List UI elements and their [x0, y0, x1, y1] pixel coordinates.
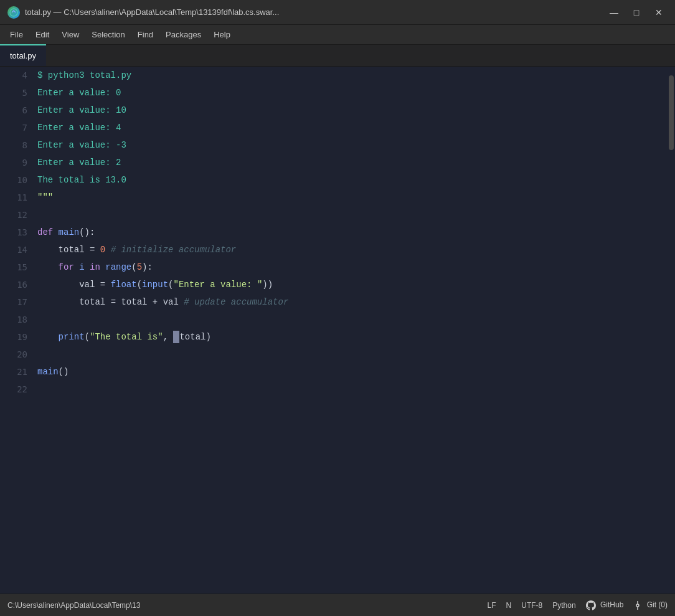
line-num-17: 17: [5, 293, 27, 311]
editor: 4 5 6 7 8 9 10 11 12 13 14 15 16 17 18 1…: [0, 67, 675, 594]
code-text: for: [37, 258, 79, 276]
title-bar-left: total.py — C:\Users\alinen\AppData\Local…: [7, 6, 279, 19]
line-numbers: 4 5 6 7 8 9 10 11 12 13 14 15 16 17 18 1…: [0, 67, 32, 594]
code-text: [37, 381, 42, 398]
code-text: """: [37, 189, 53, 206]
code-text: # update accumulator: [184, 293, 288, 311]
code-text: $ python3 total.py: [37, 67, 131, 84]
code-line-14: total = 0 # initialize accumulator: [37, 241, 666, 258]
code-text: ):: [142, 258, 153, 276]
line-num-7: 7: [5, 119, 27, 136]
status-right: LF N UTF-8 Python GitHub Git (0): [488, 600, 668, 610]
menu-packages[interactable]: Packages: [161, 27, 206, 42]
status-line-ending[interactable]: LF: [488, 601, 496, 610]
code-text: range: [105, 258, 131, 276]
code-text: val: [37, 276, 100, 293]
code-text: Enter a value: 2: [37, 154, 121, 171]
status-encoding[interactable]: UTF-8: [521, 601, 542, 610]
code-text: total: [37, 293, 111, 311]
scrollbar-thumb[interactable]: [669, 75, 674, 150]
status-language[interactable]: Python: [552, 601, 575, 610]
code-line-17: total = total + val # update accumulator: [37, 293, 666, 311]
status-path[interactable]: C:\Users\alinen\AppData\Local\Temp\13: [7, 601, 140, 610]
line-num-21: 21: [5, 363, 27, 381]
status-github[interactable]: GitHub: [586, 600, 624, 610]
code-line-19: print("The total is", total): [37, 328, 666, 346]
code-line-8: Enter a value: -3: [37, 136, 666, 154]
restore-button[interactable]: □: [628, 4, 645, 21]
code-text: [37, 328, 59, 346]
code-line-18: [37, 311, 666, 328]
code-text: input: [142, 276, 168, 293]
code-line-7: Enter a value: 4: [37, 119, 666, 136]
line-num-11: 11: [5, 189, 27, 206]
code-text: print: [59, 328, 85, 346]
code-text: ,: [163, 328, 174, 346]
code-text: ():: [79, 224, 95, 241]
code-text: def: [37, 224, 59, 241]
line-num-15: 15: [5, 258, 27, 276]
code-line-6: Enter a value: 10: [37, 102, 666, 119]
code-text: )): [262, 276, 273, 293]
code-text: # initialize accumulator: [111, 241, 237, 258]
code-line-15: for i in range(5):: [37, 258, 666, 276]
menu-edit[interactable]: Edit: [31, 27, 54, 42]
code-line-5: Enter a value: 0: [37, 84, 666, 102]
status-git[interactable]: Git (0): [633, 600, 668, 610]
code-text: [105, 241, 110, 258]
code-text: Enter a value: 4: [37, 119, 121, 136]
code-text: Enter a value: 10: [37, 102, 126, 119]
code-text: (: [85, 328, 90, 346]
line-num-14: 14: [5, 241, 27, 258]
code-text: =: [100, 276, 111, 293]
code-text: (: [137, 276, 142, 293]
tab-total-py[interactable]: total.py: [0, 44, 46, 66]
code-text: i: [79, 258, 90, 276]
minimize-button[interactable]: —: [605, 4, 623, 21]
line-num-9: 9: [5, 154, 27, 171]
code-text: 5: [137, 258, 142, 276]
svg-point-1: [636, 604, 639, 607]
code-text: The total is 13.0: [37, 171, 126, 189]
status-bar: C:\Users\alinen\AppData\Local\Temp\13 LF…: [0, 594, 675, 616]
line-num-16: 16: [5, 276, 27, 293]
menu-selection[interactable]: Selection: [87, 27, 130, 42]
svg-point-0: [10, 9, 17, 16]
menu-file[interactable]: File: [5, 27, 28, 42]
code-text: Enter a value: 0: [37, 84, 121, 102]
code-text: 0: [100, 241, 105, 258]
code-text: main: [37, 363, 59, 381]
code-text: (): [59, 363, 69, 381]
tab-bar: total.py: [0, 45, 675, 67]
code-area[interactable]: $ python3 total.py Enter a value: 0 Ente…: [32, 67, 666, 594]
line-num-12: 12: [5, 206, 27, 224]
line-num-8: 8: [5, 136, 27, 154]
line-num-13: 13: [5, 224, 27, 241]
menu-bar: File Edit View Selection Find Packages H…: [0, 25, 675, 45]
code-text: Enter a value: -3: [37, 136, 126, 154]
code-text: = total + val: [111, 293, 184, 311]
code-line-12: [37, 206, 666, 224]
line-num-20: 20: [5, 346, 27, 363]
scrollbar[interactable]: [666, 67, 675, 594]
code-text: float: [111, 276, 137, 293]
menu-view[interactable]: View: [57, 27, 84, 42]
code-line-11: """: [37, 189, 666, 206]
code-line-4: $ python3 total.py: [37, 67, 666, 84]
menu-help[interactable]: Help: [209, 27, 235, 42]
code-text: [37, 346, 42, 363]
line-num-22: 22: [5, 381, 27, 398]
close-button[interactable]: ✕: [650, 4, 668, 21]
code-text: total: [37, 241, 90, 258]
line-num-5: 5: [5, 84, 27, 102]
code-text: (: [131, 258, 136, 276]
code-line-22: [37, 381, 666, 398]
window-controls: — □ ✕: [605, 4, 668, 21]
menu-find[interactable]: Find: [133, 27, 158, 42]
code-text: total): [179, 328, 210, 346]
cursor: [173, 331, 179, 343]
line-num-18: 18: [5, 311, 27, 328]
line-num-10: 10: [5, 171, 27, 189]
code-line-20: [37, 346, 666, 363]
status-indentation[interactable]: N: [506, 601, 512, 610]
